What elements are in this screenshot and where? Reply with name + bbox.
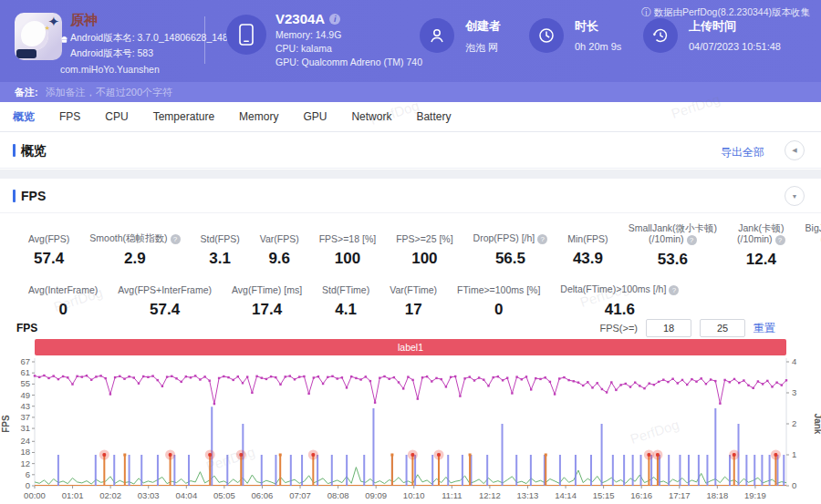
help-icon[interactable]: ? <box>669 285 679 295</box>
fps-point <box>667 381 669 383</box>
x-tick-label: 10:10 <box>403 490 425 500</box>
fps-point <box>43 375 45 376</box>
fps-point <box>81 375 83 377</box>
fps-point <box>133 376 135 378</box>
fps-point <box>610 381 612 383</box>
fps-point <box>190 376 192 378</box>
fps-point <box>76 375 78 377</box>
tab-memory[interactable]: Memory <box>239 110 278 123</box>
y-right-axis-title: Jank <box>813 414 821 435</box>
fps-point <box>289 375 291 376</box>
tab-battery[interactable]: Battery <box>416 110 451 123</box>
fps-metrics-row-1: Avg(FPS)57.4Smooth(稳帧指数)?2.9Std(FPS)3.1V… <box>18 222 812 269</box>
bigjank-marker <box>123 454 126 457</box>
fps-point <box>701 377 702 379</box>
fps-point <box>99 375 101 376</box>
device-info-icon[interactable]: i <box>329 14 340 25</box>
metric-value: 0 <box>457 301 540 319</box>
metric-value: 43.9 <box>567 250 608 268</box>
metric-avg-fps-interframe-: Avg(FPS+InterFrame)57.4 <box>108 273 222 319</box>
collapse-down-button[interactable]: ▼ <box>785 186 805 206</box>
fps-point <box>469 375 471 377</box>
note-bar[interactable]: 备注: 添加备注，不超过200个字符 <box>0 82 821 102</box>
fps-point <box>389 378 390 380</box>
export-all-link[interactable]: 导出全部 <box>721 145 764 160</box>
game-icon-badge <box>16 49 36 58</box>
metric-delta-ftime-100ms-h-: Delta(FTime)>100ms [/h]?41.6 <box>550 273 689 319</box>
fps-point <box>185 375 187 377</box>
fps-point <box>597 382 598 384</box>
fps-threshold-input-2[interactable] <box>700 319 745 337</box>
android-version-code: Android版本号: 583 <box>70 47 236 60</box>
fps-point <box>615 389 617 391</box>
tab-network[interactable]: Network <box>351 110 391 123</box>
fps-chart[interactable]: 67615549433731241812604321000:0001:0102:… <box>0 355 821 504</box>
help-icon[interactable]: ? <box>775 235 785 245</box>
metric-label: Var(FPS) <box>260 222 299 244</box>
fps-point <box>327 376 328 378</box>
metric-value: 5 <box>805 251 821 269</box>
tab-temperature[interactable]: Temperature <box>153 110 214 123</box>
tab-gpu[interactable]: GPU <box>303 110 327 123</box>
fps-point <box>521 378 523 380</box>
metric-label: FPS>=18 [%] <box>319 222 376 244</box>
fps-point <box>587 381 588 383</box>
fps-point <box>379 377 380 379</box>
fps-point <box>95 375 97 377</box>
x-tick-label: 02:02 <box>99 490 121 500</box>
y-tick-label: 49 <box>20 390 30 400</box>
metric-value: 2.9 <box>89 250 180 268</box>
fps-point <box>417 397 419 399</box>
y-left-axis-title: FPS <box>1 415 11 433</box>
fps-point <box>511 392 513 394</box>
fps-point <box>691 378 692 380</box>
fps-point <box>454 375 456 377</box>
fps-point <box>171 375 172 377</box>
bigjank-alert-dot <box>647 453 650 457</box>
metric-value: 100 <box>396 250 452 268</box>
bigjank-alert-dot <box>774 453 777 457</box>
y-tick-label: 4 <box>792 356 796 366</box>
fps-point <box>487 385 489 386</box>
device-name: V2304Ai <box>275 11 422 26</box>
device-cpu: CPU: kalama <box>275 43 422 54</box>
section-accent-bar <box>13 144 16 157</box>
bigjank-alert-dot <box>102 453 106 457</box>
bigjank-alert-dot <box>239 453 243 457</box>
device-memory: Memory: 14.9G <box>275 29 422 40</box>
fps-point <box>331 375 333 377</box>
help-icon[interactable]: ? <box>171 234 181 244</box>
header: ✦ ★ 原神 Android版本名: 3.7.0_14806628_148...… <box>0 0 821 82</box>
fps-point <box>313 376 315 378</box>
fps-point <box>213 403 215 405</box>
help-icon[interactable]: ? <box>687 235 697 245</box>
fps-point <box>355 377 357 379</box>
fps-point <box>261 377 263 379</box>
metric-fps-25-: FPS>=25 [%]100 <box>386 222 462 269</box>
fps-point <box>57 378 59 380</box>
fps-point <box>71 383 73 385</box>
fps-point <box>151 375 153 376</box>
metric-label: Min(FPS) <box>567 222 608 244</box>
fps-point <box>506 377 508 379</box>
help-icon[interactable]: ? <box>537 234 547 244</box>
tab-fps[interactable]: FPS <box>59 110 80 123</box>
fps-point <box>695 381 697 383</box>
fps-point <box>307 393 309 395</box>
fps-point <box>181 381 182 383</box>
bigjank-marker <box>390 454 393 457</box>
metric-label: Avg(FPS+InterFrame) <box>118 273 212 295</box>
fps-point <box>147 376 149 378</box>
tab-概览[interactable]: 概览 <box>13 109 35 125</box>
metric-label: Delta(FTime)>100ms [/h]? <box>560 273 679 295</box>
fps-point <box>762 383 764 385</box>
fps-threshold-input-1[interactable] <box>646 319 691 337</box>
tab-cpu[interactable]: CPU <box>105 110 128 123</box>
x-tick-label: 00:00 <box>24 490 46 500</box>
fps-point <box>530 388 532 390</box>
metric-value: 53.6 <box>629 251 717 269</box>
fps-point <box>303 375 305 377</box>
collapse-left-button[interactable]: ◀ <box>785 140 805 160</box>
reset-link[interactable]: 重置 <box>753 321 775 336</box>
fps-point <box>298 375 300 377</box>
